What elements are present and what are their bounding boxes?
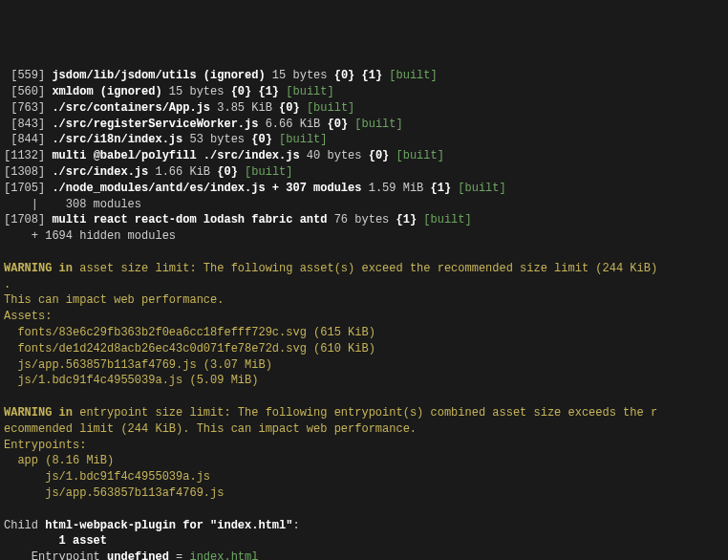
output-line bbox=[4, 245, 724, 261]
output-line: [843] ./src/registerServiceWorker.js 6.6… bbox=[4, 117, 724, 133]
output-line: fonts/de1d242d8acb26ec43c0d071fe78e72d.s… bbox=[4, 341, 724, 357]
output-line: ecommended limit (244 KiB). This can imp… bbox=[4, 421, 724, 438]
output-line: js/app.563857b113af4769.js (3.07 MiB) bbox=[4, 357, 724, 374]
output-line: [560] xmldom (ignored) 15 bytes {0} {1} … bbox=[4, 84, 724, 100]
output-line: [1708] multi react react-dom lodash fabr… bbox=[4, 212, 724, 228]
output-line: app (8.16 MiB) bbox=[4, 453, 724, 469]
output-line: js/app.563857b113af4769.js bbox=[4, 485, 724, 502]
output-line: 1 asset bbox=[4, 533, 724, 549]
output-line: [1308] ./src/index.js 1.66 KiB {0} [buil… bbox=[4, 164, 724, 181]
output-line: [1705] ./node_modules/antd/es/index.js +… bbox=[4, 181, 724, 197]
output-line: | 308 modules bbox=[4, 197, 724, 213]
output-line: WARNING in entrypoint size limit: The fo… bbox=[4, 405, 724, 421]
output-line: [559] jsdom/lib/jsdom/utils (ignored) 15… bbox=[4, 68, 724, 84]
output-line: . bbox=[4, 277, 724, 293]
output-line: js/1.bdc91f4c4955039a.js bbox=[4, 469, 724, 485]
output-line: [844] ./src/i18n/index.js 53 bytes {0} [… bbox=[4, 132, 724, 148]
output-line: Entrypoints: bbox=[4, 438, 724, 454]
terminal-output: [559] jsdom/lib/jsdom/utils (ignored) 15… bbox=[4, 68, 724, 560]
output-line: [763] ./src/containers/App.js 3.85 KiB {… bbox=[4, 100, 724, 117]
output-line: This can impact web performance. bbox=[4, 292, 724, 309]
output-line: Entrypoint undefined = index.html bbox=[4, 549, 724, 560]
output-line: Assets: bbox=[4, 309, 724, 325]
output-line: + 1694 hidden modules bbox=[4, 228, 724, 245]
output-line: js/1.bdc91f4c4955039a.js (5.09 MiB) bbox=[4, 373, 724, 389]
output-line: fonts/83e6c29fb363b2f0ea6cc18fefff729c.s… bbox=[4, 325, 724, 341]
output-line: WARNING in asset size limit: The followi… bbox=[4, 261, 724, 277]
output-line: Child html-webpack-plugin for "index.htm… bbox=[4, 518, 724, 534]
output-line bbox=[4, 502, 724, 518]
output-line: [1132] multi @babel/polyfill ./src/index… bbox=[4, 148, 724, 164]
output-line bbox=[4, 389, 724, 405]
